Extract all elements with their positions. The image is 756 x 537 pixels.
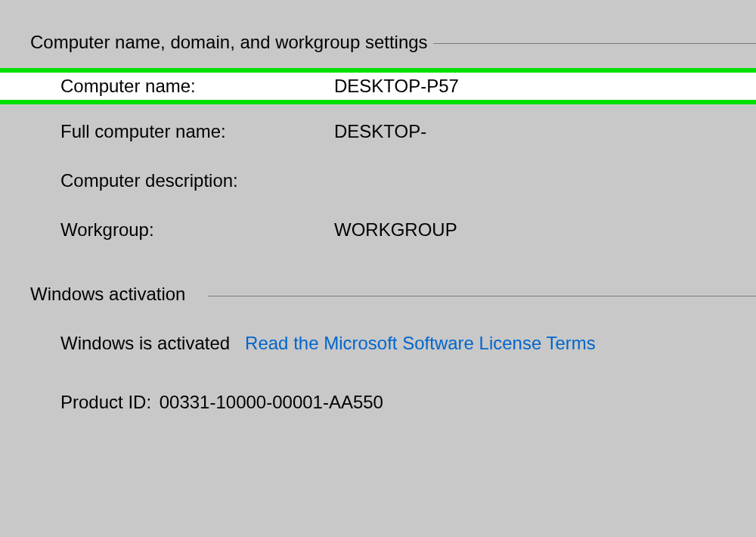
label-workgroup: Workgroup:	[60, 219, 154, 241]
label-computer-description: Computer description:	[60, 170, 238, 191]
divider-line	[433, 43, 756, 44]
value-full-computer-name: DESKTOP-	[334, 121, 426, 142]
section-header-activation: Windows activation	[30, 284, 185, 305]
divider-line	[208, 296, 756, 296]
value-product-id: 00331-10000-00001-AA550	[160, 392, 383, 412]
label-product-id: Product ID:	[60, 392, 151, 412]
label-full-computer-name: Full computer name:	[60, 121, 226, 142]
value-computer-name: DESKTOP-P57	[334, 76, 459, 97]
label-computer-name: Computer name:	[60, 76, 196, 97]
value-workgroup: WORKGROUP	[334, 219, 457, 241]
section-header-computer: Computer name, domain, and workgroup set…	[30, 32, 428, 53]
activation-status: Windows is activated	[60, 333, 230, 354]
license-terms-link[interactable]: Read the Microsoft Software License Term…	[245, 333, 596, 354]
highlighted-row-computer-name: Computer name: DESKTOP-P57	[0, 68, 756, 104]
